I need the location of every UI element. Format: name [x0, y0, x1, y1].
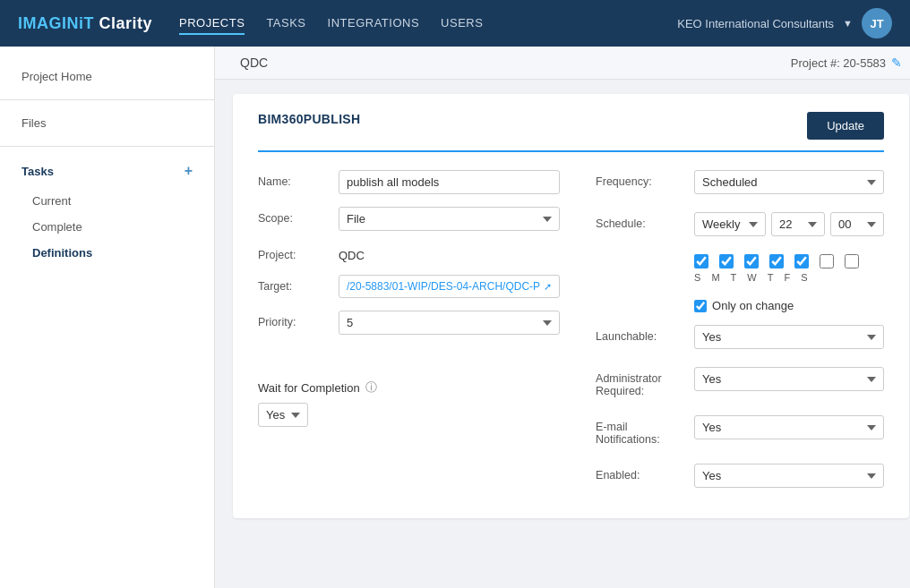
sidebar-item-complete[interactable]: Complete [0, 214, 214, 240]
nav-users[interactable]: USERS [441, 13, 483, 35]
admin-required-select[interactable]: YesNo [694, 367, 884, 391]
frequency-row: Frequency: Scheduled Manual Triggered [596, 170, 884, 194]
day-label-t1: T [731, 272, 737, 283]
form-grid: Name: Scope: File Folder Project [258, 170, 884, 493]
project-number-text: Project #: 20-5583 [791, 56, 886, 70]
day-label-w: W [747, 272, 756, 283]
wait-select[interactable]: Yes No [258, 403, 308, 427]
day-tuesday [744, 254, 759, 268]
day-tuesday-label-item: T [731, 272, 737, 283]
top-navigation: IMAGINiT Clarity PROJECTS TASKS INTEGRAT… [0, 0, 910, 47]
email-notif-select[interactable]: YesNo [694, 415, 884, 439]
nav-integrations[interactable]: INTEGRATIONS [328, 13, 420, 35]
form-header: BIM360PUBLISH Update [258, 112, 884, 152]
days-section: S M T W T [694, 254, 884, 283]
form-title: BIM360PUBLISH [258, 112, 360, 126]
priority-row: Priority: 1234 5678910 [258, 311, 560, 335]
edit-project-icon[interactable]: ✎ [891, 55, 902, 70]
days-checkboxes-row [694, 254, 884, 268]
nav-tasks[interactable]: TASKS [266, 13, 305, 35]
day-saturday-label-item: S [801, 272, 807, 283]
sidebar-item-current[interactable]: Current [0, 188, 214, 214]
only-on-change-checkbox[interactable] [694, 300, 707, 312]
scope-select[interactable]: File Folder Project [339, 207, 560, 231]
wait-info-icon: ⓘ [365, 379, 377, 396]
launchable-select[interactable]: YesNo [694, 325, 884, 349]
target-label: Target: [258, 275, 330, 293]
sidebar: Project Home Files Tasks + Current Compl… [0, 47, 215, 588]
day-monday-checkbox[interactable] [719, 254, 734, 268]
tasks-add-icon[interactable]: + [185, 163, 193, 179]
day-monday [719, 254, 734, 268]
day-sunday-checkbox[interactable] [694, 254, 708, 268]
brand-name-part1: IMAGINiT [18, 14, 94, 32]
project-row: Project: QDC [258, 243, 560, 262]
nav-links: PROJECTS TASKS INTEGRATIONS USERS [179, 13, 677, 35]
day-sunday-label-item: S [694, 272, 700, 283]
enabled-select[interactable]: YesNo [694, 464, 884, 488]
launchable-label: Launchable: [596, 325, 685, 343]
schedule-minute-select[interactable]: 00153045 [830, 212, 884, 236]
day-label-s1: S [694, 272, 700, 283]
brand-name-part2: Clarity [94, 14, 152, 32]
email-notif-label: E-mail Notifications: [596, 415, 685, 446]
schedule-weekly-select[interactable]: Weekly Daily Monthly [694, 212, 766, 236]
enabled-row: Enabled: YesNo [596, 464, 884, 488]
target-link[interactable]: /20-5883/01-WIP/DES-04-ARCH/QDC-P ➚ [339, 275, 560, 298]
update-button[interactable]: Update [807, 112, 884, 140]
project-label: Project: [258, 243, 330, 261]
day-tuesday-checkbox[interactable] [744, 254, 759, 268]
avatar[interactable]: JT [862, 8, 892, 38]
target-row: Target: /20-5883/01-WIP/DES-04-ARCH/QDC-… [258, 275, 560, 298]
frequency-select[interactable]: Scheduled Manual Triggered [694, 170, 884, 194]
day-friday-checkbox[interactable] [820, 254, 834, 268]
project-number: Project #: 20-5583 ✎ [791, 55, 902, 70]
schedule-label: Schedule: [596, 212, 685, 230]
breadcrumb-project: QDC [240, 55, 268, 70]
nav-right: KEO International Consultants ▼ JT [677, 8, 892, 38]
enabled-label: Enabled: [596, 464, 685, 481]
day-friday-label-item: F [784, 272, 790, 283]
org-name: KEO International Consultants [677, 17, 834, 30]
name-row: Name: [258, 170, 560, 194]
priority-label: Priority: [258, 311, 330, 328]
brand-logo: IMAGINiT Clarity [18, 14, 152, 33]
name-input[interactable] [339, 170, 560, 194]
project-value: QDC [339, 243, 560, 262]
launchable-row: Launchable: YesNo [596, 325, 884, 349]
sidebar-item-files[interactable]: Files [0, 107, 214, 139]
days-labels-row: S M T W T [694, 272, 884, 283]
wait-section: Wait for Completion ⓘ Yes No [258, 365, 560, 427]
priority-select[interactable]: 1234 5678910 [339, 311, 560, 335]
frequency-label: Frequency: [596, 170, 685, 188]
sidebar-tasks-section[interactable]: Tasks + [0, 154, 214, 188]
day-saturday-checkbox[interactable] [845, 254, 859, 268]
day-thursday-label-item: T [768, 272, 774, 283]
name-label: Name: [258, 170, 330, 188]
target-value: /20-5883/01-WIP/DES-04-ARCH/QDC-P [347, 280, 540, 293]
sidebar-item-project-home[interactable]: Project Home [0, 61, 214, 92]
day-label-s2: S [801, 272, 807, 283]
main-content: QDC Project #: 20-5583 ✎ BIM360PUBLISH U… [215, 47, 910, 588]
email-notif-row: E-mail Notifications: YesNo [596, 415, 884, 446]
sidebar-item-definitions[interactable]: Definitions [0, 240, 214, 266]
breadcrumb-bar: QDC Project #: 20-5583 ✎ [215, 47, 910, 80]
sidebar-divider-1 [0, 99, 214, 100]
day-thursday-checkbox[interactable] [794, 254, 809, 268]
day-label-f: F [784, 272, 790, 283]
only-on-change-label: Only on change [712, 299, 794, 312]
admin-required-label: Administrator Required: [596, 367, 685, 397]
schedule-row: Schedule: Weekly Daily Monthly 01234 567… [596, 212, 884, 236]
form-area: BIM360PUBLISH Update Name: Scope: Fil [233, 94, 909, 518]
day-sunday [694, 254, 708, 268]
org-dropdown-icon[interactable]: ▼ [843, 18, 853, 29]
wait-label: Wait for Completion [258, 381, 360, 395]
day-wednesday-checkbox[interactable] [769, 254, 784, 268]
sidebar-tasks-label: Tasks [21, 165, 54, 178]
nav-projects[interactable]: PROJECTS [179, 13, 245, 35]
day-saturday [845, 254, 859, 268]
scope-label: Scope: [258, 207, 330, 225]
day-monday-label-item: M [711, 272, 719, 283]
wait-label-row: Wait for Completion ⓘ [258, 379, 560, 396]
schedule-hour-select[interactable]: 01234 56789 1011121314 1516171819 202122… [771, 212, 825, 236]
